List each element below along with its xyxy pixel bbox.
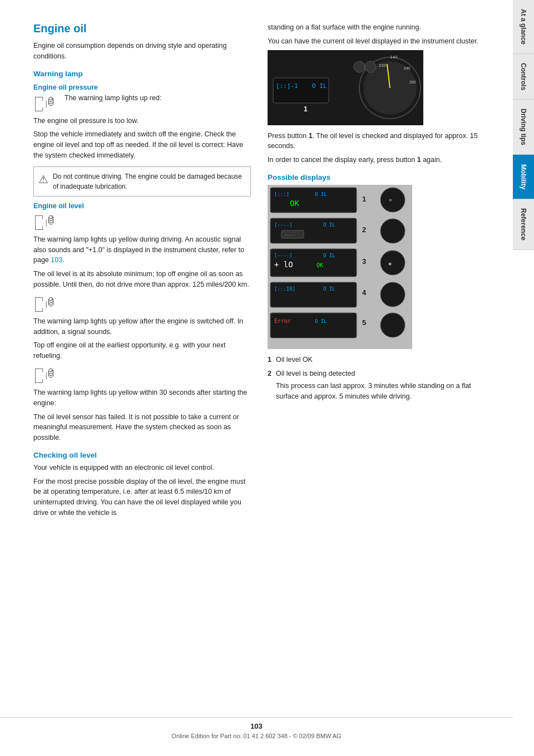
svg-text:240: 240 bbox=[404, 66, 411, 70]
cluster-svg: 220 240 260 140 [::]-1 O IL 1 bbox=[268, 50, 423, 125]
svg-point-45 bbox=[380, 282, 405, 307]
warning-red-text: The warning lamp lights up red: bbox=[65, 94, 161, 102]
svg-text:O IL: O IL bbox=[315, 192, 327, 197]
svg-text:1: 1 bbox=[362, 195, 366, 203]
possible-displays-image: [:::] O IL OK 1 ≋ [----] O IL ---- bbox=[268, 185, 412, 349]
svg-text:[:::]: [:::] bbox=[274, 192, 289, 197]
sidebar: At a glance Controls Driving tips Mobili… bbox=[513, 0, 534, 756]
svg-text:140: 140 bbox=[390, 55, 398, 60]
displays-svg: [:::] O IL OK 1 ≋ [----] O IL ---- bbox=[268, 185, 412, 349]
svg-text:4: 4 bbox=[362, 288, 367, 297]
svg-text:🛢: 🛢 bbox=[46, 215, 56, 226]
oil-level-icon-row1: ┌─┐ │ │ └─┘ 🛢 bbox=[33, 213, 251, 233]
list-item-1-text: Oil level OK bbox=[276, 355, 313, 365]
caution-text: Do not continue driving. The engine coul… bbox=[53, 171, 246, 192]
pressure-low-text: The engine oil pressure is too low. bbox=[33, 116, 251, 126]
caution-block: ⚠ Do not continue driving. The engine co… bbox=[33, 166, 251, 197]
bracket-icon-2: ┌─┐ │ │ └─┘ bbox=[33, 213, 42, 233]
checking-p1: Your vehicle is equipped with an electro… bbox=[33, 463, 251, 473]
oil-level-warning2-text: The warning lamp lights up yellow after … bbox=[33, 316, 251, 337]
checking-p2: For the most precise possible display of… bbox=[33, 477, 251, 518]
svg-text:O IL: O IL bbox=[323, 253, 335, 258]
list-item-2-detail: This process can last approx. 3 minutes … bbox=[276, 381, 485, 402]
instrument-cluster-image: 220 240 260 140 [::]-1 O IL 1 bbox=[268, 50, 423, 125]
svg-text:Error: Error bbox=[274, 318, 291, 324]
svg-text:O IL: O IL bbox=[323, 286, 335, 292]
oil-pressure-icon-row: ┌─┐ │ │ └─┘ 🛢 The warning lamp lights up… bbox=[33, 94, 251, 115]
sidebar-tab-driving-tips[interactable]: Driving tips bbox=[513, 100, 534, 155]
page-number: 103 bbox=[0, 722, 513, 730]
list-item-2: 2 Oil level is being detected This proce… bbox=[268, 369, 485, 405]
sidebar-tab-reference[interactable]: Reference bbox=[513, 199, 534, 250]
bracket-icon-3: ┌─┐ │ │ └─┘ bbox=[33, 294, 42, 315]
two-column-layout: Engine oil Engine oil consumption depend… bbox=[33, 22, 485, 522]
checking-p4: You can have the current oil level displ… bbox=[268, 36, 485, 47]
oil-level-warning1b-text: The oil level is at its absolute minimum… bbox=[33, 269, 251, 290]
svg-text:🛢: 🛢 bbox=[46, 368, 56, 379]
svg-text:≋: ≋ bbox=[389, 198, 392, 202]
button-1-ref: 1 bbox=[309, 132, 313, 140]
stop-text: Stop the vehicle immediately and switch … bbox=[33, 129, 251, 160]
svg-text:220: 220 bbox=[379, 63, 387, 68]
svg-text:2: 2 bbox=[362, 225, 366, 234]
svg-point-24 bbox=[380, 188, 405, 212]
oil-level-warning3b-text: The oil level sensor has failed. It is n… bbox=[33, 412, 251, 443]
oil-lamp-icon-3: 🛢 bbox=[44, 294, 62, 309]
warning-lamp-heading: Warning lamp bbox=[33, 70, 251, 78]
oil-level-warning2: ┌─┐ │ │ └─┘ 🛢 The warning lamp lights up… bbox=[33, 294, 251, 361]
oil-pressure-heading: Engine oil pressure bbox=[33, 84, 251, 91]
svg-text:◉: ◉ bbox=[388, 262, 392, 266]
page-wrapper: Engine oil Engine oil consumption depend… bbox=[0, 0, 534, 756]
oil-level-warning3-text: The warning lamp lights up yellow within… bbox=[33, 387, 251, 409]
oil-level-icon-row2: ┌─┐ │ │ └─┘ 🛢 bbox=[33, 294, 251, 315]
svg-point-17 bbox=[365, 61, 376, 72]
list-item-2-label: Oil level is being detected bbox=[276, 370, 355, 377]
page-footer: 103 Online Edition for Part no. 01 41 2 … bbox=[0, 717, 513, 739]
svg-text:1: 1 bbox=[304, 105, 308, 113]
checking-oil-level-heading: Checking oil level bbox=[33, 451, 251, 459]
checking-p3: standing on a flat surface with the engi… bbox=[268, 22, 485, 33]
svg-rect-12 bbox=[273, 78, 329, 103]
svg-point-16 bbox=[354, 61, 365, 72]
oil-lamp-icon-4: 🛢 bbox=[44, 366, 62, 380]
svg-text:O IL: O IL bbox=[312, 82, 327, 90]
svg-text:+ lO: + lO bbox=[274, 260, 293, 269]
page-title: Engine oil bbox=[33, 22, 251, 35]
svg-point-50 bbox=[380, 313, 405, 337]
svg-text:🛢: 🛢 bbox=[46, 297, 56, 308]
possible-displays-list: 1 Oil level OK 2 Oil level is being dete… bbox=[268, 355, 485, 405]
svg-text:OK: OK bbox=[317, 262, 323, 268]
bracket-icon: ┌─┐ │ │ └─┘ bbox=[33, 94, 42, 115]
oil-level-warning1-text: The warning lamp lights up yellow during… bbox=[33, 234, 251, 266]
oil-lamp-icon-2: 🛢 bbox=[44, 213, 62, 227]
oil-level-icon-row3: ┌─┐ │ │ └─┘ 🛢 bbox=[33, 366, 251, 386]
svg-text:3: 3 bbox=[362, 257, 366, 266]
svg-text:O IL: O IL bbox=[315, 318, 327, 324]
caution-triangle-icon: ⚠ bbox=[38, 173, 48, 186]
svg-text:O IL: O IL bbox=[323, 222, 335, 228]
sidebar-tab-at-a-glance[interactable]: At a glance bbox=[513, 0, 534, 54]
oil-lamp-icon: 🛢 bbox=[44, 94, 62, 109]
col-right: standing on a flat surface with the engi… bbox=[268, 22, 485, 522]
oil-level-warning3: ┌─┐ │ │ └─┘ 🛢 The warning lamp lights up… bbox=[33, 366, 251, 443]
cancel-text: In order to cancel the display early, pr… bbox=[268, 155, 485, 165]
svg-text:[::]-1: [::]-1 bbox=[276, 82, 298, 90]
sidebar-tab-mobility[interactable]: Mobility bbox=[513, 155, 534, 199]
oil-level-warning2b-text: Top off engine oil at the earliest oppor… bbox=[33, 340, 251, 361]
main-content: Engine oil Engine oil consumption depend… bbox=[0, 0, 513, 756]
oil-pressure-warning-block: ┌─┐ │ │ └─┘ 🛢 The warning lamp lights up… bbox=[33, 94, 251, 161]
sidebar-tab-controls[interactable]: Controls bbox=[513, 54, 534, 100]
svg-text:[:::I0]: [:::I0] bbox=[274, 286, 295, 292]
intro-text: Engine oil consumption depends on drivin… bbox=[33, 41, 251, 62]
svg-text:🛢: 🛢 bbox=[46, 96, 56, 107]
svg-text:[----]: [----] bbox=[274, 253, 293, 258]
svg-rect-46 bbox=[270, 313, 357, 338]
svg-text:5: 5 bbox=[362, 318, 366, 327]
svg-text:260: 260 bbox=[409, 80, 416, 84]
button-1-cancel-ref: 1 bbox=[417, 156, 421, 164]
oil-level-heading: Engine oil level bbox=[33, 202, 251, 210]
list-item-1: 1 Oil level OK bbox=[268, 355, 485, 365]
col-left: Engine oil Engine oil consumption depend… bbox=[33, 22, 251, 522]
svg-text:OK: OK bbox=[290, 199, 299, 208]
oil-level-warning1: ┌─┐ │ │ └─┘ 🛢 The warning lamp lights up… bbox=[33, 213, 251, 290]
